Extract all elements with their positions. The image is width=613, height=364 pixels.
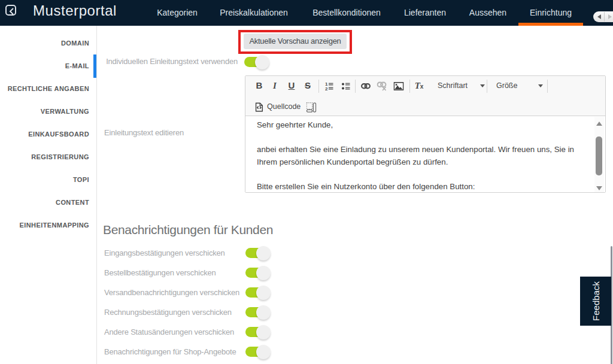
- svg-text:2: 2: [325, 86, 328, 91]
